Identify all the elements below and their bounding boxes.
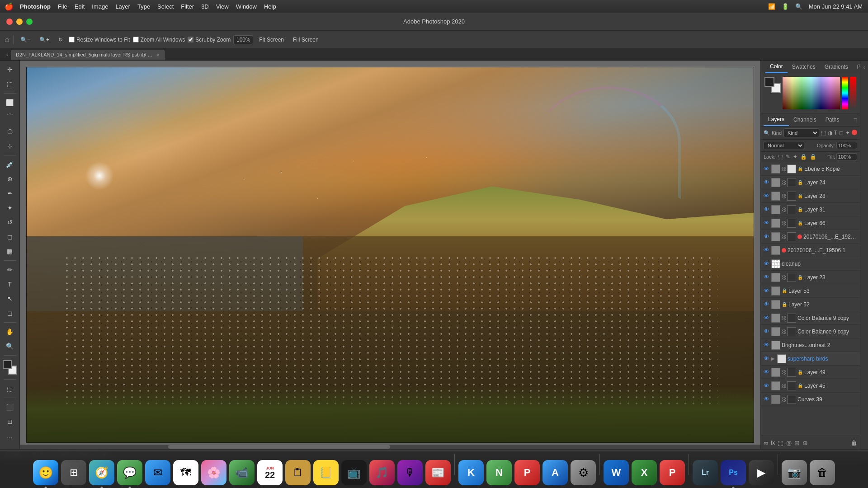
screen-mode-tool[interactable]: ⬛ — [3, 401, 17, 413]
menu-view[interactable]: View — [216, 3, 229, 10]
dock-item-messages[interactable]: 💬 — [117, 460, 142, 485]
resize-windows-input[interactable] — [69, 37, 75, 42]
zoom-all-checkbox[interactable]: Zoom All Windows — [133, 37, 185, 43]
menu-image[interactable]: Image — [92, 3, 108, 10]
filter-kind-select[interactable]: Kind Name Effect — [783, 128, 819, 137]
artboard-tool[interactable]: ⬚ — [3, 78, 17, 90]
layer-item-19275[interactable]: 👁 ⛓ 20170106_...E_19275 1 — [761, 230, 860, 244]
document-tab[interactable]: D2N_FALKLAND_14_simplified_5gig multi la… — [11, 50, 165, 60]
layer-item-layer28[interactable]: 👁 ⛓ 🔒 Layer 28 — [761, 189, 860, 203]
menu-edit[interactable]: Edit — [75, 3, 85, 10]
menu-3d[interactable]: 3D — [201, 3, 209, 10]
scrubby-zoom-input[interactable] — [188, 37, 193, 42]
color-spectrum-wide[interactable] — [783, 77, 840, 109]
menu-help[interactable]: Help — [264, 3, 276, 10]
shape-tool[interactable]: ◻ — [3, 307, 17, 319]
dock-item-sysprefs[interactable]: ⚙ — [571, 460, 596, 485]
lock-image-icon[interactable]: ✎ — [786, 154, 790, 160]
layers-tab-layers[interactable]: Layers — [764, 113, 789, 126]
dock-item-powerpoint[interactable]: P — [660, 460, 685, 485]
layer-item-layer66[interactable]: 👁 ⛓ 🔒 Layer 66 — [761, 216, 860, 230]
layer-delete-button[interactable]: 🗑 — [851, 439, 857, 446]
layer-visibility-ebene5[interactable]: 👁 — [763, 165, 770, 172]
gradient-tool[interactable]: ▦ — [3, 245, 17, 258]
foreground-swatch[interactable] — [764, 77, 774, 87]
lock-all-icon[interactable]: 🔒 — [810, 154, 816, 160]
minimize-button[interactable] — [16, 19, 23, 25]
scrubby-zoom-checkbox[interactable]: Scrubby Zoom — [188, 37, 231, 43]
dock-item-finder[interactable]: 🙂 — [33, 460, 58, 485]
lock-artboard-icon[interactable]: ✦ — [793, 154, 797, 160]
layer-item-layer23[interactable]: 👁 ⛓ 🔒 Layer 23 — [761, 271, 860, 284]
dock-item-excel[interactable]: X — [632, 460, 657, 485]
brush-tool[interactable]: ✒ — [3, 187, 17, 200]
dock-item-appstore[interactable]: A — [542, 460, 568, 485]
layers-panel-menu-icon[interactable]: ≡ — [854, 116, 857, 123]
menu-window[interactable]: Window — [236, 3, 257, 10]
layer-visibility-layer52[interactable]: 👁 — [763, 301, 770, 308]
zoom-tool[interactable]: 🔍 — [3, 340, 17, 352]
canvas-hscroll-thumb[interactable] — [168, 445, 390, 449]
pen-tool[interactable]: ✏ — [3, 263, 17, 276]
dock-item-photos[interactable]: 🌸 — [201, 460, 226, 485]
dock-item-imagecapture[interactable]: 📷 — [782, 460, 807, 485]
filter-type-icon[interactable]: T — [834, 130, 837, 136]
app-name[interactable]: Photoshop — [20, 3, 51, 10]
layer-visibility-layer66[interactable]: 👁 — [763, 220, 770, 226]
fill-input[interactable] — [836, 153, 857, 160]
dock-item-safari[interactable]: 🧭 — [89, 460, 114, 485]
layer-visibility-brightness[interactable]: 👁 — [763, 342, 770, 348]
filter-toggle-button[interactable] — [852, 130, 857, 135]
menu-file[interactable]: File — [58, 3, 67, 10]
canvas-area[interactable] — [20, 61, 760, 449]
layer-visibility-layer23[interactable]: 👁 — [763, 274, 770, 281]
maximize-button[interactable] — [26, 19, 33, 25]
layer-visibility-layer24[interactable]: 👁 — [763, 179, 770, 186]
frame-tool[interactable]: ⊡ — [3, 415, 17, 428]
layer-item-cleanup[interactable]: 👁 cleanup — [761, 257, 860, 271]
zoom-out-button[interactable]: 🔍− — [17, 35, 33, 44]
layer-visibility-curves39[interactable]: 👁 — [763, 396, 770, 403]
filter-shape-icon[interactable]: ◻ — [839, 130, 844, 136]
quick-mask-tool[interactable]: ⬚ — [3, 382, 17, 395]
layer-item-curves39[interactable]: 👁 ⛓ Curves 39 — [761, 393, 860, 406]
layer-visibility-supersharp[interactable]: 👁 — [763, 355, 770, 362]
dock-item-notes[interactable]: 📒 — [313, 460, 339, 485]
zoom-cycle-button[interactable]: ↻ — [55, 35, 66, 44]
layers-list[interactable]: 👁 ⛓ 🔒 Ebene 5 Kopie 👁 — [761, 162, 860, 436]
fg-bg-color[interactable] — [3, 360, 17, 375]
tab-gradients[interactable]: Gradients — [820, 61, 853, 73]
layer-item-colorbal1[interactable]: 👁 ⛓ Color Balance 9 copy — [761, 311, 860, 325]
layer-item-19506[interactable]: 👁 20170106_...E_19506 1 — [761, 244, 860, 257]
layer-visibility-19275[interactable]: 👁 — [763, 233, 770, 240]
resize-windows-checkbox[interactable]: Resize Windows to Fit — [69, 37, 130, 43]
layer-new-button[interactable]: ⊕ — [802, 439, 808, 446]
eyedropper-tool[interactable]: 💉 — [3, 158, 17, 171]
foreground-color[interactable] — [3, 360, 12, 369]
marquee-tool[interactable]: ⬜ — [3, 96, 17, 109]
dock-item-news[interactable]: 📰 — [425, 460, 451, 485]
dock-item-pages[interactable]: P — [514, 460, 540, 485]
layer-item-supersharp[interactable]: 👁 ▶ supersharp birds — [761, 352, 860, 366]
tab-close-button[interactable]: × — [157, 52, 160, 57]
filter-pixel-icon[interactable]: ⬚ — [821, 130, 826, 136]
type-tool[interactable]: T — [3, 278, 17, 291]
layer-item-colorbal2[interactable]: 👁 ⛓ Color Balance 9 copy — [761, 325, 860, 338]
layer-effects-button[interactable]: fx — [771, 440, 775, 446]
home-icon[interactable]: ⌂ — [5, 35, 9, 44]
layer-group-button[interactable]: ⊞ — [794, 439, 800, 446]
dock-item-notefile[interactable]: 🗒 — [285, 460, 311, 485]
menubar-battery-icon[interactable]: 🔋 — [782, 3, 789, 10]
canvas-horizontal-scrollbar[interactable] — [20, 445, 760, 449]
filter-smart-icon[interactable]: ✦ — [845, 130, 850, 136]
spot-healing-tool[interactable]: ⊕ — [3, 173, 17, 185]
menubar-wifi-icon[interactable]: 📶 — [768, 3, 775, 10]
layer-item-ebene5[interactable]: 👁 ⛓ 🔒 Ebene 5 Kopie — [761, 162, 860, 176]
object-selection-tool[interactable]: ⬡ — [3, 125, 17, 138]
zoom-all-input[interactable] — [133, 37, 139, 42]
zoom-in-button[interactable]: 🔍+ — [36, 35, 52, 44]
layers-tab-paths[interactable]: Paths — [821, 114, 844, 126]
dock-item-launchpad[interactable]: ⊞ — [61, 460, 86, 485]
dock-item-music[interactable]: 🎵 — [369, 460, 395, 485]
menu-filter[interactable]: Filter — [181, 3, 194, 10]
